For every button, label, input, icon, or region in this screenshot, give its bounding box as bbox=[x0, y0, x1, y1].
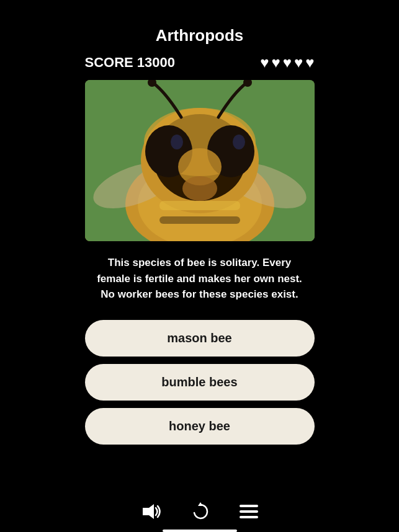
menu-icon[interactable] bbox=[240, 505, 258, 518]
score-text: SCORE 13000 bbox=[85, 55, 176, 71]
heart-5: ♥ bbox=[305, 54, 314, 71]
question-description: This species of bee is solitary. Every f… bbox=[85, 255, 315, 303]
page-title: Arthropods bbox=[156, 26, 244, 45]
svg-point-16 bbox=[182, 176, 217, 201]
answer-button-bumble-bees[interactable]: bumble bees bbox=[85, 364, 315, 401]
bottom-toolbar bbox=[0, 502, 399, 521]
refresh-icon[interactable] bbox=[191, 502, 210, 521]
heart-4: ♥ bbox=[294, 54, 303, 71]
svg-rect-21 bbox=[240, 505, 258, 507]
score-row: SCORE 13000 ♥ ♥ ♥ ♥ ♥ bbox=[85, 54, 315, 71]
svg-rect-23 bbox=[240, 516, 258, 518]
heart-3: ♥ bbox=[283, 54, 292, 71]
question-image bbox=[85, 80, 315, 241]
svg-marker-19 bbox=[143, 504, 154, 519]
svg-rect-18 bbox=[159, 216, 240, 224]
heart-2: ♥ bbox=[272, 54, 280, 71]
svg-rect-22 bbox=[240, 510, 258, 513]
sound-icon[interactable] bbox=[141, 503, 161, 520]
home-indicator bbox=[163, 530, 237, 532]
answer-button-mason-bee[interactable]: mason bee bbox=[85, 320, 315, 357]
svg-point-11 bbox=[171, 135, 183, 149]
heart-1: ♥ bbox=[260, 54, 269, 71]
svg-marker-20 bbox=[198, 502, 203, 506]
svg-rect-17 bbox=[159, 201, 240, 210]
answer-options: mason bee bumble bees honey bee bbox=[85, 320, 315, 445]
answer-button-honey-bee[interactable]: honey bee bbox=[85, 408, 315, 445]
svg-point-12 bbox=[233, 135, 245, 149]
lives-display: ♥ ♥ ♥ ♥ ♥ bbox=[260, 54, 314, 71]
